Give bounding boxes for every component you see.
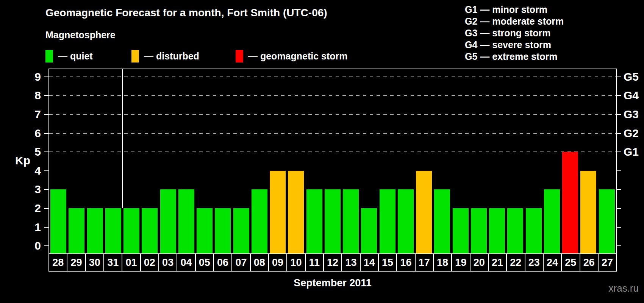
legend-label-quiet: — quiet: [58, 51, 93, 62]
storm-color-swatch: [236, 50, 243, 62]
y-axis-tick-left: [44, 95, 48, 96]
x-axis-day-label: 02: [140, 254, 158, 271]
gridline-kp7: [49, 114, 616, 115]
disturbed-color-swatch: [131, 50, 139, 62]
kp-bar-day-07: [233, 208, 249, 253]
month-separator-line: [122, 69, 123, 208]
watermark: xras.ru: [609, 283, 639, 294]
y-tick-label: 7: [14, 108, 41, 121]
y-tick-label: 1: [14, 220, 41, 234]
kp-bar-day-26: [580, 171, 596, 253]
gridline-kp6: [49, 133, 616, 134]
x-axis-day-label: 26: [580, 254, 598, 271]
x-axis-day-label: 09: [268, 254, 286, 271]
y-axis-tick-left: [44, 208, 48, 209]
gridline-kp8: [49, 95, 616, 96]
kp-bar-day-08: [252, 189, 267, 253]
storm-scale-legend-line: G1 — minor storm: [465, 4, 564, 16]
x-axis-day-label: 07: [231, 254, 250, 271]
y-tick-label: 8: [14, 89, 41, 102]
x-axis-day-label: 20: [470, 254, 488, 271]
kp-bar-day-20: [471, 208, 487, 253]
x-axis-day-label: 24: [543, 254, 561, 271]
kp-bar-day-13: [343, 189, 359, 253]
x-axis-day-label: 18: [433, 254, 451, 271]
x-axis-day-label: 04: [177, 254, 195, 271]
kp-bar-day-15: [380, 189, 395, 253]
g-scale-label-g5: G5: [624, 70, 639, 84]
y-axis-tick-left: [44, 189, 48, 190]
kp-bar-day-06: [215, 208, 231, 253]
y-axis-tick-right: [617, 114, 621, 115]
geomagnetic-forecast-chart: Geomagnetic Forecast for a month, Fort S…: [0, 0, 644, 303]
y-tick-label: 0: [14, 239, 41, 253]
kp-bar-day-16: [398, 189, 414, 253]
y-axis-tick-right: [617, 170, 621, 171]
x-axis-day-label: 06: [213, 254, 231, 271]
g-scale-label-g2: G2: [624, 127, 639, 140]
x-axis-day-label: 12: [323, 254, 341, 271]
kp-bar-day-28: [50, 189, 66, 253]
legend-item-storm: — geomagnetic storm: [236, 50, 348, 62]
y-tick-label: 5: [14, 145, 41, 159]
y-axis-tick-right: [617, 245, 621, 246]
legend-label-disturbed: — disturbed: [144, 51, 199, 62]
y-axis-tick-left: [44, 227, 48, 228]
x-axis-day-label: 11: [305, 254, 323, 271]
x-axis-day-label: 08: [250, 254, 268, 271]
y-axis-tick-left: [44, 133, 48, 134]
y-tick-label: 3: [14, 183, 41, 196]
storm-scale-legend-line: G4 — severe storm: [465, 39, 564, 51]
kp-bar-day-21: [489, 208, 505, 253]
x-axis-day-label: 17: [415, 254, 433, 271]
x-axis-title: September 2011: [48, 277, 617, 289]
x-axis-day-label: 01: [122, 254, 140, 271]
storm-scale-legend-line: G2 — moderate storm: [465, 16, 564, 27]
x-axis-day-label: 25: [561, 254, 579, 271]
gridline-kp5: [49, 152, 616, 152]
x-axis-day-label: 15: [378, 254, 396, 271]
x-axis-day-label: 05: [195, 254, 213, 271]
kp-bar-day-19: [453, 208, 469, 253]
kp-bar-day-11: [306, 189, 322, 253]
x-axis-day-label: 31: [103, 254, 122, 271]
y-tick-label: 2: [14, 201, 41, 215]
x-axis-day-label: 28: [49, 254, 67, 271]
legend-item-disturbed: — disturbed: [131, 50, 199, 62]
y-tick-label: 6: [14, 127, 41, 140]
legend-label-storm: — geomagnetic storm: [248, 51, 348, 62]
x-axis-day-label: 13: [341, 254, 360, 271]
x-axis-day-label: 27: [598, 254, 616, 271]
x-axis-label-row: 2829303101020304050607080910111213141516…: [48, 253, 617, 272]
x-axis-day-label: 14: [360, 254, 378, 271]
x-axis-day-label: 10: [286, 254, 305, 271]
kp-bar-day-14: [361, 208, 377, 253]
kp-bar-day-03: [160, 189, 176, 253]
x-axis-day-label: 29: [67, 254, 85, 271]
y-axis-tick-left: [44, 77, 48, 77]
y-axis-tick-right: [617, 152, 621, 152]
chart-title: Geomagnetic Forecast for a month, Fort S…: [45, 7, 327, 19]
kp-bar-day-10: [288, 171, 304, 253]
kp-bar-day-02: [142, 208, 158, 253]
x-axis-day-label: 23: [525, 254, 543, 271]
y-axis-tick-right: [617, 77, 621, 77]
kp-bar-day-22: [507, 208, 523, 253]
y-tick-label: 4: [14, 164, 41, 178]
kp-bar-day-25: [562, 152, 578, 253]
y-axis-tick-left: [44, 245, 48, 246]
storm-scale-legend-line: G5 — extreme storm: [465, 51, 564, 62]
x-axis-day-label: 22: [506, 254, 524, 271]
x-axis-day-label: 30: [85, 254, 103, 271]
magnetosphere-legend-title: Magnetosphere: [45, 30, 116, 41]
y-axis-tick-right: [617, 133, 621, 134]
legend-item-quiet: — quiet: [45, 50, 93, 62]
g-scale-label-g3: G3: [624, 108, 639, 121]
x-axis-day-label: 16: [396, 254, 414, 271]
g-scale-label-g1: G1: [624, 145, 639, 159]
kp-bar-day-01: [123, 208, 139, 253]
y-axis-tick-left: [44, 170, 48, 171]
storm-scale-legend: G1 — minor stormG2 — moderate stormG3 — …: [465, 4, 564, 62]
x-axis-day-label: 19: [451, 254, 469, 271]
gridline-kp9: [49, 77, 616, 77]
